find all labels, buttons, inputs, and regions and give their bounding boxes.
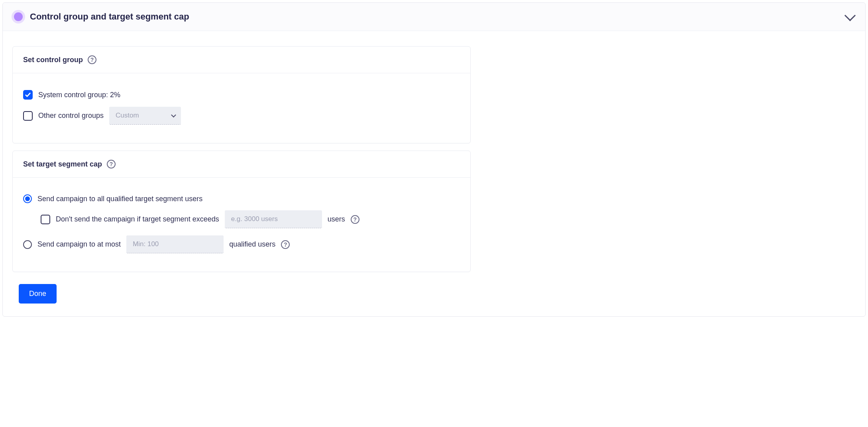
dont-send-if-exceeds-row: Don't send the campaign if target segmen… [41, 210, 460, 228]
chevron-down-icon [171, 112, 176, 118]
settings-panel: Control group and target segment cap Set… [2, 2, 866, 317]
help-icon[interactable]: ? [281, 240, 290, 249]
target-segment-cap-card-header: Set target segment cap ? [13, 151, 470, 178]
target-segment-cap-card: Set target segment cap ? Send campaign t… [12, 151, 471, 272]
help-icon[interactable]: ? [107, 160, 116, 168]
exceeds-suffix: users [328, 215, 345, 223]
system-control-group-label: System control group: 2% [38, 91, 120, 99]
control-group-card-header: Set control group ? [13, 47, 470, 73]
system-control-group-checkbox[interactable] [23, 90, 33, 100]
other-control-groups-row: Other control groups Custom [23, 107, 460, 125]
send-at-most-label: Send campaign to at most [37, 240, 121, 249]
custom-control-group-select[interactable]: Custom [109, 107, 181, 125]
done-button[interactable]: Done [19, 284, 57, 304]
panel-title: Control group and target segment cap [30, 12, 189, 22]
other-control-groups-checkbox[interactable] [23, 111, 33, 121]
custom-select-placeholder: Custom [116, 112, 139, 119]
exceeds-users-input[interactable] [225, 210, 322, 228]
send-at-most-radio[interactable] [23, 240, 32, 249]
target-segment-cap-card-body: Send campaign to all qualified target se… [13, 178, 470, 272]
chevron-down-icon [844, 10, 856, 21]
other-control-groups-label: Other control groups [38, 112, 104, 120]
dont-send-if-exceeds-label: Don't send the campaign if target segmen… [56, 215, 219, 223]
status-dot-icon [14, 12, 23, 21]
target-segment-cap-title: Set target segment cap [23, 160, 102, 168]
control-group-title: Set control group [23, 56, 83, 64]
help-icon[interactable]: ? [88, 55, 96, 64]
system-control-group-row: System control group: 2% [23, 90, 460, 100]
check-icon [25, 92, 31, 98]
control-group-card: Set control group ? System control group… [12, 46, 471, 143]
at-most-users-input[interactable] [126, 235, 224, 253]
accordion-header-left: Control group and target segment cap [14, 12, 189, 22]
control-group-card-body: System control group: 2% Other control g… [13, 73, 470, 143]
send-at-most-row: Send campaign to at most qualified users… [23, 235, 460, 253]
accordion-header[interactable]: Control group and target segment cap [3, 3, 865, 31]
send-all-row: Send campaign to all qualified target se… [23, 194, 460, 203]
at-most-suffix: qualified users [229, 240, 275, 249]
send-all-radio[interactable] [23, 194, 32, 203]
send-all-label: Send campaign to all qualified target se… [37, 195, 202, 203]
help-icon[interactable]: ? [351, 215, 359, 224]
accordion-body: Set control group ? System control group… [3, 31, 865, 316]
dont-send-if-exceeds-checkbox[interactable] [41, 215, 50, 224]
